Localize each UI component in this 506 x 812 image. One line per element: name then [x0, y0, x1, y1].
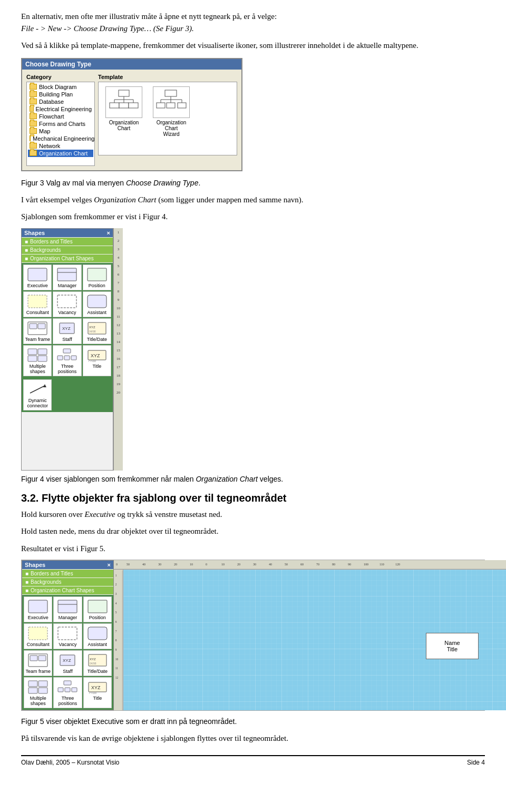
fig5-canvas: 0 50 40 30 20 10 0 10 20 30 40 50 60 70 …	[114, 560, 506, 710]
svg-text:12: 12	[115, 676, 118, 679]
intro-p1: En alternativ, men ofte mer illustrativ …	[21, 11, 485, 34]
shape-position[interactable]: Position	[83, 265, 111, 290]
svg-marker-45	[43, 384, 46, 387]
section-borders-fig5[interactable]: ■ Borders and Titles	[22, 570, 113, 578]
svg-rect-67	[65, 688, 70, 692]
svg-rect-64	[38, 688, 47, 693]
shape-manager[interactable]: Manager	[53, 265, 81, 290]
fig3-caption: Figur 3 Valg av mal via menyen Choose Dr…	[21, 178, 485, 189]
close-icon-fig5[interactable]: ×	[108, 562, 111, 568]
shape-vacancy-fig5[interactable]: Vacancy	[53, 623, 82, 649]
cat-mechanical[interactable]: Mechanical Engineering	[28, 135, 93, 142]
shape-dynamic-connector[interactable]: Dynamic connector	[23, 379, 52, 410]
cat-forms[interactable]: Forms and Charts	[28, 120, 93, 128]
shapes-titlebar: Shapes ×	[22, 229, 113, 237]
template-area: Organization Chart	[98, 82, 237, 155]
svg-text:40: 40	[269, 563, 272, 566]
svg-text:04/98: 04/98	[89, 330, 96, 333]
close-icon[interactable]: ×	[107, 230, 110, 236]
section-borders[interactable]: ■ Borders and Titles	[22, 238, 113, 246]
template-column: Template	[98, 74, 237, 166]
shape-assistant[interactable]: Assistant	[83, 291, 111, 317]
shapes-titlebar-fig5: Shapes ×	[22, 561, 113, 569]
svg-rect-62	[38, 681, 47, 687]
svg-rect-16	[167, 103, 175, 108]
shape-title-date[interactable]: XYZ 04/98 Title/Date	[83, 318, 111, 344]
svg-text:20: 20	[174, 563, 177, 566]
shape-three-fig5[interactable]: Three positions	[53, 677, 82, 708]
svg-text:70: 70	[316, 563, 319, 566]
cat-block-diagram[interactable]: Block Diagram	[28, 83, 93, 91]
shape-multiple-fig5[interactable]: Multiple shapes	[24, 677, 52, 708]
svg-text:10: 10	[190, 563, 193, 566]
shape-position-fig5[interactable]: Position	[83, 596, 112, 622]
text-hold1: Hold kursoren over Executive og trykk så…	[21, 508, 485, 521]
cat-electrical[interactable]: Electrical Engineering	[28, 105, 93, 113]
text-hold2: Hold tasten nede, mens du drar objektet …	[21, 525, 485, 537]
svg-rect-36	[38, 356, 47, 361]
cat-building-plan[interactable]: Building Plan	[28, 91, 93, 98]
svg-rect-15	[157, 103, 165, 108]
shape-team-frame-fig5[interactable]: Team frame	[24, 650, 52, 676]
svg-text:10: 10	[115, 658, 118, 661]
shape-title-date-fig5[interactable]: XYZ 04/98 Title/Date	[83, 650, 112, 676]
svg-text:0: 0	[206, 563, 207, 566]
template-icon-wizard	[153, 86, 190, 118]
shape-assistant-fig5[interactable]: Assistant	[83, 623, 112, 649]
svg-text:CORP: CORP	[89, 360, 96, 362]
svg-rect-19	[57, 268, 76, 281]
svg-text:40: 40	[142, 563, 145, 566]
svg-rect-47	[58, 600, 77, 613]
shape-consultant[interactable]: Consultant	[23, 291, 52, 317]
shape-manager-fig5[interactable]: Manager	[53, 596, 82, 622]
category-list[interactable]: Block Diagram Building Plan Database Ele…	[26, 82, 95, 166]
svg-text:8: 8	[115, 639, 116, 642]
cat-map[interactable]: Map	[28, 128, 93, 135]
folder-icon	[30, 143, 37, 149]
footer: Olav Dæhli, 2005 – Kursnotat Visio Side …	[21, 755, 485, 766]
folder-icon	[30, 84, 37, 90]
vertical-ruler-fig5: 1 2 3 4 5 6 7 8 9 10 11 12	[114, 570, 123, 710]
shape-consultant-fig5[interactable]: Consultant	[24, 623, 52, 649]
folder-icon	[30, 135, 31, 141]
shape-staff-fig5[interactable]: XYZ Staff	[53, 650, 82, 676]
cat-network[interactable]: Network	[28, 142, 93, 150]
svg-text:XYZ: XYZ	[62, 326, 71, 331]
cat-database[interactable]: Database	[28, 98, 93, 105]
cat-org-chart[interactable]: Organization Chart	[28, 150, 93, 157]
template-org-chart-wizard[interactable]: Organization ChartWizard	[150, 86, 192, 137]
svg-text:2: 2	[115, 583, 116, 586]
shape-three-positions[interactable]: Three positions	[53, 345, 81, 376]
svg-text:120: 120	[395, 563, 400, 566]
svg-text:30: 30	[158, 563, 161, 566]
template-org-chart[interactable]: Organization Chart	[103, 86, 145, 131]
svg-rect-40	[71, 356, 76, 360]
shapes-grid-fig4: Executive Manager Posit	[22, 263, 113, 378]
shape-team-frame[interactable]: Team frame	[23, 318, 52, 344]
svg-rect-34	[38, 349, 47, 355]
section-backgrounds[interactable]: ■ Backgrounds	[22, 246, 113, 254]
shapes-panel-fig5: Shapes × ■ Borders and Titles ■ Backgrou…	[22, 560, 114, 710]
shapes-grid-fig5: Executive Manager	[22, 595, 113, 710]
svg-rect-51	[58, 627, 77, 640]
svg-text:110: 110	[380, 563, 384, 566]
fig4-shapes-with-ruler: Shapes × ■ Borders and Titles ■ Backgrou…	[21, 228, 485, 471]
shape-vacancy[interactable]: Vacancy	[53, 291, 81, 317]
section-org-shapes[interactable]: ■ Organization Chart Shapes	[22, 255, 113, 262]
shape-title-fig5[interactable]: XYZ CORP Title	[83, 677, 112, 708]
cat-flowchart[interactable]: Flowchart	[28, 113, 93, 120]
shape-executive-fig5[interactable]: Executive	[24, 596, 52, 622]
section-org-shapes-fig5[interactable]: ■ Organization Chart Shapes	[22, 586, 113, 594]
shape-multiple[interactable]: Multiple shapes	[23, 345, 52, 376]
shape-executive[interactable]: Executive	[23, 265, 52, 290]
section-backgrounds-fig5[interactable]: ■ Backgrounds	[22, 578, 113, 586]
shape-staff[interactable]: XYZ Staff	[53, 318, 81, 344]
svg-rect-61	[28, 681, 37, 687]
svg-text:50: 50	[126, 563, 130, 566]
svg-text:XYZ: XYZ	[89, 326, 95, 329]
svg-text:90: 90	[348, 563, 351, 566]
svg-text:11: 11	[115, 667, 118, 670]
shape-title[interactable]: XYZ CORP Title	[83, 345, 111, 376]
svg-rect-24	[87, 295, 106, 308]
text-org-chart: I vårt eksempel velges Organization Char…	[21, 194, 485, 206]
